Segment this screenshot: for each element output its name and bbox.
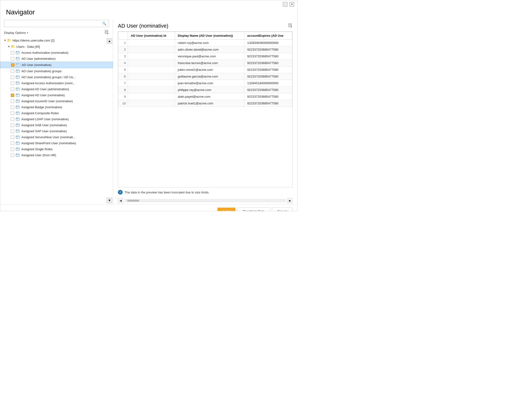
tree-item-label: Assigned SAB User (nominative) xyxy=(21,123,67,127)
table-icon xyxy=(16,70,20,73)
cell-display-name: adm.olivier.david@acme.com xyxy=(175,46,244,53)
cell-ad-user-id xyxy=(128,87,175,93)
tree-item[interactable]: Assigned Access Authorization (nomi... xyxy=(0,80,113,86)
cell-row-num: 5 xyxy=(118,66,128,73)
svg-rect-88 xyxy=(16,148,17,149)
main-layout: 🔍 Display Options ▾ ▼ xyxy=(0,20,297,204)
tree-item-label: Assigned LDAP User (nominative) xyxy=(21,117,69,121)
tree-item[interactable]: Assigned User (from HR) xyxy=(0,152,113,158)
cell-ad-user-id xyxy=(128,60,175,66)
cell-account-expires: 922337203685477580 xyxy=(244,100,292,107)
cell-row-num: 7 xyxy=(118,80,128,87)
tree-item[interactable]: Assigned ServiceNow User (nominati... xyxy=(0,134,113,140)
svg-rect-28 xyxy=(16,76,17,77)
tree-item-label: Assigned Badge (nominative) xyxy=(21,105,62,109)
cell-display-name: philippe.rey@acme.com xyxy=(175,87,244,93)
tree-item-checkbox[interactable] xyxy=(11,76,14,79)
tree-toggle-root: ▼ xyxy=(3,39,7,42)
svg-rect-73 xyxy=(16,130,17,131)
table-icon xyxy=(16,130,20,133)
tree-item-checkbox[interactable] xyxy=(11,118,14,121)
tree-item[interactable]: ✓ Assigned AD User (nominative) xyxy=(0,92,113,98)
svg-rect-43 xyxy=(16,94,17,95)
scroll-down-arrow[interactable]: ▼ xyxy=(107,198,112,203)
tree-item[interactable]: Assigned SharePoint User (nominative) xyxy=(0,140,113,146)
table-row: 1robert.roy@acme.com132834636000000000 xyxy=(118,40,292,46)
tree-item[interactable]: Access Authorization (nominative) xyxy=(0,50,113,56)
tree-item-checkbox[interactable] xyxy=(11,130,14,133)
cell-ad-user-id xyxy=(128,46,175,53)
cancel-button[interactable]: Cancel xyxy=(272,207,293,211)
tree-item[interactable]: Assigned AD User (administration) xyxy=(0,86,113,92)
svg-rect-13 xyxy=(16,57,17,58)
cell-account-expires: 922337203685477580 xyxy=(244,46,292,53)
tree-item-checkbox[interactable] xyxy=(11,142,14,145)
scroll-up-arrow[interactable]: ▲ xyxy=(107,38,112,44)
tree-item-checkbox[interactable] xyxy=(11,112,14,115)
tree-item[interactable]: AD User (administration) xyxy=(0,56,113,62)
tree-item[interactable]: Assigned LDAP User (nominative) xyxy=(0,116,113,122)
cell-account-expires: 922337203685477580 xyxy=(244,73,292,80)
cell-account-expires: 922337203685477580 xyxy=(244,60,292,66)
cell-ad-user-id xyxy=(128,100,175,107)
table-icon xyxy=(16,82,20,85)
tree-item-checkbox[interactable] xyxy=(11,70,14,73)
display-options-button[interactable]: Display Options ▾ xyxy=(4,31,28,35)
search-button[interactable]: 🔍 xyxy=(100,20,109,27)
nav-export-icon[interactable] xyxy=(105,30,109,35)
h-scroll-left[interactable]: ◀ xyxy=(118,198,123,203)
tree-item[interactable]: Assigned AzureAD User (nominative) xyxy=(0,98,113,104)
load-button[interactable]: Load xyxy=(217,208,235,211)
h-scroll-track[interactable] xyxy=(125,199,286,202)
tree-item-checkbox[interactable] xyxy=(11,57,14,60)
cell-ad-user-id xyxy=(128,40,175,46)
tree-item[interactable]: AD User (nominative) groups xyxy=(0,68,113,74)
table-icon xyxy=(16,88,20,91)
table-row: 3veronique.paul@acme.com9223372036854775… xyxy=(118,53,292,60)
tree-item[interactable]: Assigned Badge (nominative) xyxy=(0,104,113,110)
tree-item-label: Assigned User (from HR) xyxy=(21,153,56,157)
tree-item-label: Access Authorization (nominative) xyxy=(21,51,68,54)
tree-item-checkbox[interactable] xyxy=(11,148,14,151)
tree-item-checkbox[interactable] xyxy=(11,124,14,127)
tree-root-node[interactable]: ▼ 📁 https://demo.usercube.com [2] xyxy=(0,37,113,43)
table-row: 5julien.morel1@acme.com92233720368547758… xyxy=(118,66,292,73)
tree-item-checkbox[interactable] xyxy=(11,136,14,139)
preview-export-icon[interactable] xyxy=(288,23,293,29)
tree-item[interactable]: Assigned SAB User (nominative) xyxy=(0,122,113,128)
h-scroll-bar: ◀ ▶ xyxy=(118,197,293,204)
table-icon xyxy=(16,142,20,145)
tree-item-label: Assigned SAP User (nominative) xyxy=(21,129,67,133)
minimize-button[interactable]: □ xyxy=(283,2,287,6)
svg-rect-68 xyxy=(16,124,17,125)
table-icon xyxy=(16,51,20,54)
tree-item-checkbox[interactable] xyxy=(11,88,14,91)
tree-container: ▼ 📁 https://demo.usercube.com [2] ▼ 📁 Us… xyxy=(0,37,113,204)
tree-item[interactable]: Assigned SAP User (nominative) xyxy=(0,128,113,134)
truncated-text: The data in the preview has been truncat… xyxy=(125,191,209,194)
cell-display-name: robert.roy@acme.com xyxy=(175,40,244,46)
tree-item[interactable]: Assigned Composite Roles xyxy=(0,110,113,116)
tree-item-checkbox[interactable] xyxy=(11,100,14,103)
tree-item-checkbox[interactable] xyxy=(11,106,14,109)
tree-item-checkbox[interactable]: ✓ xyxy=(11,94,14,97)
preview-title: AD User (nominative) xyxy=(118,23,168,29)
cell-display-name: alain.payet@acme.com xyxy=(175,93,244,100)
h-scroll-right[interactable]: ▶ xyxy=(287,198,293,203)
tree-items-container: Access Authorization (nominative) AD Use… xyxy=(0,50,113,158)
table-icon xyxy=(16,124,20,127)
tree-item-checkbox[interactable] xyxy=(11,82,14,85)
preview-header: AD User (nominative) xyxy=(118,20,293,31)
tree-item-checkbox[interactable]: ✓ xyxy=(11,63,14,67)
tree-item-checkbox[interactable] xyxy=(11,51,14,54)
table-icon xyxy=(16,154,20,157)
tree-item-label: Assigned AzureAD User (nominative) xyxy=(21,99,73,103)
tree-item[interactable]: AD User (nominative) groups / AD Us... xyxy=(0,74,113,80)
tree-subfolder-users[interactable]: ▼ 📁 Users - Data [45] xyxy=(0,43,113,50)
close-button[interactable]: ✕ xyxy=(290,2,294,6)
search-input[interactable] xyxy=(4,20,100,27)
tree-item[interactable]: ✓ AD User (nominative) xyxy=(0,62,113,68)
tree-item[interactable]: Assigned Single Roles xyxy=(0,146,113,152)
transform-data-button[interactable]: Transform Data xyxy=(237,207,270,211)
tree-item-checkbox[interactable] xyxy=(11,154,14,157)
